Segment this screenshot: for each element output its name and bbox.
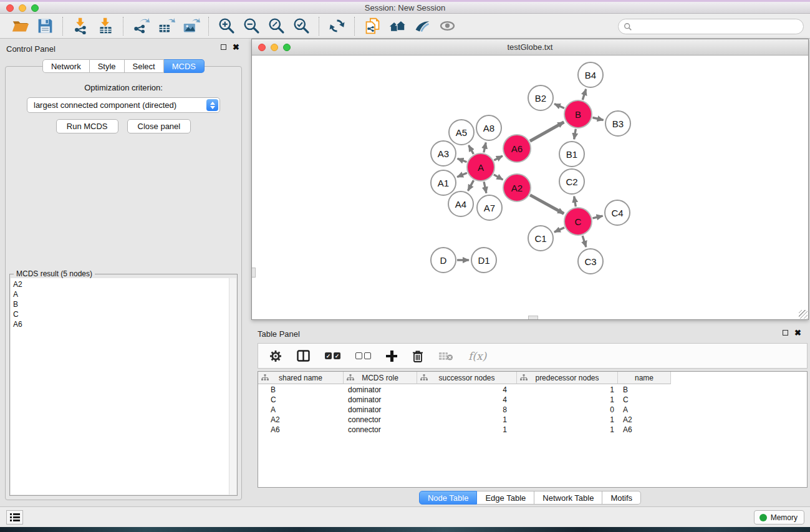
create-column-button[interactable] — [386, 347, 397, 365]
zoom-selected-button[interactable] — [289, 16, 314, 37]
table-row[interactable]: A2connector11A2 — [258, 415, 807, 425]
edge-A2-C[interactable] — [530, 195, 564, 214]
close-panel-icon[interactable]: ✖ — [794, 330, 801, 336]
graph-node-C4[interactable]: C4 — [604, 200, 630, 226]
graph-node-A2[interactable]: A2 — [503, 173, 531, 202]
tab-mcds[interactable]: MCDS — [164, 59, 205, 73]
tab-select[interactable]: Select — [125, 59, 164, 73]
edge-A-A1[interactable] — [457, 173, 467, 177]
refresh-button[interactable] — [324, 16, 349, 37]
edge-A-A5[interactable] — [469, 145, 474, 154]
edge-A-A6[interactable] — [494, 156, 503, 160]
edge-B-B1[interactable] — [574, 129, 576, 140]
show-column-panel-button[interactable] — [297, 347, 310, 365]
edge-A-A4[interactable] — [468, 180, 473, 191]
deselect-all-button[interactable] — [355, 347, 371, 365]
graph-node-A[interactable]: A — [466, 153, 495, 181]
optimization-criterion-select[interactable]: largest connected component (directed) — [27, 97, 220, 113]
graph-node-C2[interactable]: C2 — [559, 168, 585, 195]
graph-node-B1[interactable]: B1 — [559, 141, 585, 167]
table-row[interactable]: Adominator80A — [258, 405, 807, 415]
graph-node-A3[interactable]: A3 — [430, 140, 456, 167]
task-history-button[interactable] — [6, 510, 23, 525]
zoom-fit-button[interactable] — [264, 16, 289, 37]
network-canvas[interactable]: B4B2BB3A5A8A6A3B1AA1C2A2A4A7C4CC1DD1C3 — [252, 56, 808, 319]
run-mcds-button[interactable]: Run MCDS — [56, 119, 118, 133]
import-table-button[interactable] — [93, 16, 118, 37]
result-list-item[interactable]: A6 — [13, 319, 229, 329]
edge-C-C3[interactable] — [582, 236, 586, 247]
graph-node-D1[interactable]: D1 — [471, 247, 497, 273]
table-row[interactable]: A6connector11A6 — [258, 425, 807, 435]
edge-A-A8[interactable] — [484, 143, 486, 153]
table-row[interactable]: Cdominator41C — [258, 395, 807, 405]
copy-network-button[interactable] — [360, 16, 385, 37]
graph-node-A1[interactable]: A1 — [430, 170, 456, 196]
memory-button[interactable]: Memory — [754, 510, 804, 525]
column-header-shared-name[interactable]: shared name — [258, 372, 344, 384]
result-list-item[interactable]: C — [13, 309, 229, 319]
graph-node-B4[interactable]: B4 — [577, 62, 604, 88]
column-header-MCDS-role[interactable]: MCDS role — [344, 372, 417, 384]
network-window-titlebar[interactable]: testGlobe.txt — [252, 39, 808, 56]
column-header-successor-nodes[interactable]: successor nodes — [417, 372, 517, 384]
select-all-button[interactable]: ✓ ✓ — [325, 347, 340, 365]
mcds-result-list[interactable]: A2ABCA6 — [11, 278, 229, 495]
column-header-name[interactable]: name — [618, 372, 671, 384]
graph-node-A7[interactable]: A7 — [476, 195, 503, 221]
graph-node-B2[interactable]: B2 — [528, 85, 554, 111]
node-table[interactable]: shared nameMCDS rolesuccessor nodesprede… — [258, 371, 808, 488]
table-tab-edge-table[interactable]: Edge Table — [477, 491, 534, 505]
zoom-in-button[interactable] — [214, 16, 239, 37]
close-panel-button[interactable]: Close panel — [127, 119, 191, 133]
zoom-out-button[interactable] — [239, 16, 264, 37]
graph-node-D[interactable]: D — [430, 247, 456, 273]
search-input[interactable] — [632, 22, 803, 31]
tab-network[interactable]: Network — [42, 59, 90, 73]
show-all-button[interactable] — [435, 16, 460, 37]
edge-C-C1[interactable] — [554, 228, 564, 232]
table-tab-node-table[interactable]: Node Table — [419, 491, 478, 505]
result-scrollbar[interactable] — [229, 278, 236, 495]
bottom-scroll-nub[interactable] — [528, 316, 538, 319]
edge-B-B4[interactable] — [582, 89, 586, 100]
graph-node-A8[interactable]: A8 — [476, 115, 502, 141]
graph-node-B3[interactable]: B3 — [605, 110, 631, 137]
graph-node-C1[interactable]: C1 — [528, 225, 554, 251]
graph-node-A5[interactable]: A5 — [448, 119, 475, 145]
edge-A-A3[interactable] — [458, 158, 467, 162]
edge-B-B3[interactable] — [592, 117, 603, 120]
export-table-button[interactable] — [153, 16, 178, 37]
export-network-button[interactable] — [128, 16, 153, 37]
save-session-button[interactable] — [32, 16, 57, 37]
graph-node-A4[interactable]: A4 — [448, 191, 474, 217]
edge-A-A7[interactable] — [484, 181, 486, 193]
resize-grip[interactable] — [799, 310, 808, 319]
hide-selected-button[interactable] — [410, 16, 435, 37]
search-field[interactable] — [618, 19, 804, 34]
float-panel-icon[interactable] — [221, 44, 226, 50]
function-builder-button[interactable]: f(x) — [468, 347, 486, 365]
edge-A6-B[interactable] — [530, 122, 564, 142]
delete-column-button[interactable] — [412, 347, 423, 365]
export-image-button[interactable] — [178, 16, 203, 37]
result-list-item[interactable]: B — [13, 299, 229, 309]
tab-style[interactable]: Style — [90, 59, 125, 73]
graph-node-C[interactable]: C — [564, 207, 592, 236]
result-list-item[interactable]: A2 — [13, 279, 229, 289]
column-header-predecessor-nodes[interactable]: predecessor nodes — [517, 372, 618, 384]
result-list-item[interactable]: A — [13, 289, 229, 299]
open-session-button[interactable] — [7, 16, 32, 37]
delete-table-button[interactable] — [438, 347, 453, 365]
edge-A-A2[interactable] — [494, 175, 503, 180]
float-panel-icon[interactable] — [783, 330, 788, 336]
edge-C-C4[interactable] — [592, 216, 602, 218]
table-tab-motifs[interactable]: Motifs — [602, 491, 641, 505]
import-network-button[interactable] — [68, 16, 93, 37]
edge-C-C2[interactable] — [574, 196, 576, 207]
graph-node-B[interactable]: B — [564, 100, 592, 128]
edge-B-B2[interactable] — [554, 104, 564, 109]
table-row[interactable]: Bdominator41B — [258, 385, 807, 395]
table-tab-network-table[interactable]: Network Table — [534, 491, 602, 505]
graph-node-A6[interactable]: A6 — [503, 134, 531, 163]
